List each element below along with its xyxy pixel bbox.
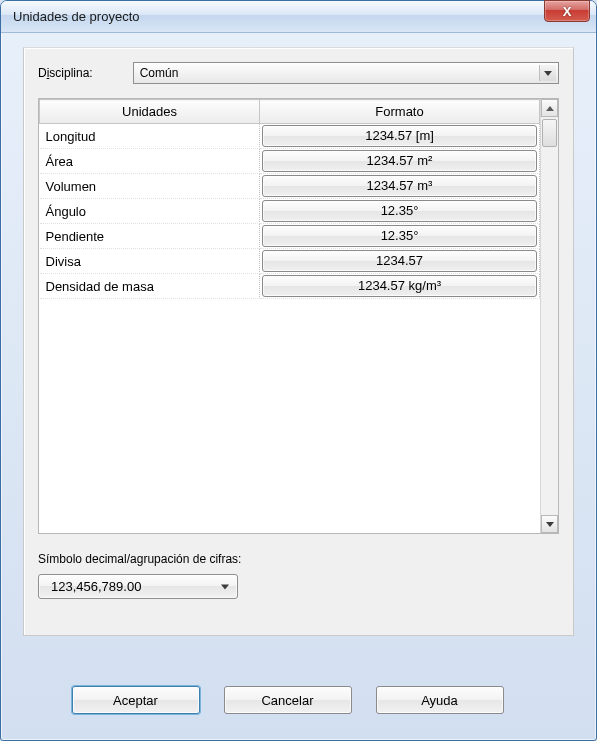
format-button[interactable]: 12.35° — [262, 200, 537, 222]
scroll-up-button[interactable] — [541, 99, 558, 117]
format-button[interactable]: 1234.57 kg/m³ — [262, 275, 537, 297]
decimal-grouping-value: 123,456,789.00 — [51, 579, 141, 594]
format-button[interactable]: 12.35° — [262, 225, 537, 247]
units-table-container: Unidades Formato Longitud1234.57 [m]Área… — [38, 98, 559, 534]
decimal-grouping-label: Símbolo decimal/agrupación de cifras: — [38, 552, 559, 566]
unit-format-cell: 12.35° — [260, 224, 540, 249]
chevron-down-icon — [546, 522, 554, 527]
unit-format-cell: 1234.57 kg/m³ — [260, 274, 540, 299]
format-button[interactable]: 1234.57 — [262, 250, 537, 272]
unit-format-cell: 12.35° — [260, 199, 540, 224]
table-row: Ángulo12.35° — [40, 199, 540, 224]
unit-name-cell[interactable]: Área — [40, 149, 260, 174]
decimal-grouping-combobox[interactable]: 123,456,789.00 — [38, 574, 238, 599]
discipline-row: Disciplina: Común — [38, 62, 559, 84]
window-title: Unidades de proyecto — [13, 9, 139, 24]
unit-format-cell: 1234.57 m² — [260, 149, 540, 174]
cancel-button[interactable]: Cancelar — [224, 686, 352, 714]
table-row: Área1234.57 m² — [40, 149, 540, 174]
table-row: Longitud1234.57 [m] — [40, 124, 540, 149]
units-table: Unidades Formato Longitud1234.57 [m]Área… — [39, 99, 540, 299]
format-button[interactable]: 1234.57 m³ — [262, 175, 537, 197]
chevron-down-icon — [221, 584, 229, 589]
dialog-window: Unidades de proyecto X Disciplina: Común… — [0, 0, 597, 741]
table-row: Volumen1234.57 m³ — [40, 174, 540, 199]
vertical-scrollbar[interactable] — [540, 99, 558, 533]
unit-name-cell[interactable]: Divisa — [40, 249, 260, 274]
format-button[interactable]: 1234.57 [m] — [262, 125, 537, 147]
format-button[interactable]: 1234.57 m² — [262, 150, 537, 172]
unit-name-cell[interactable]: Longitud — [40, 124, 260, 149]
unit-format-cell: 1234.57 [m] — [260, 124, 540, 149]
unit-name-cell[interactable]: Ángulo — [40, 199, 260, 224]
discipline-combobox[interactable]: Común — [133, 62, 559, 84]
scrollbar-thumb[interactable] — [542, 119, 557, 147]
close-icon: X — [563, 4, 572, 19]
unit-format-cell: 1234.57 m³ — [260, 174, 540, 199]
ok-button[interactable]: Aceptar — [72, 686, 200, 714]
titlebar[interactable]: Unidades de proyecto X — [1, 1, 596, 33]
unit-name-cell[interactable]: Pendiente — [40, 224, 260, 249]
decimal-grouping-section: Símbolo decimal/agrupación de cifras: 12… — [38, 552, 559, 599]
discipline-value: Común — [140, 66, 179, 80]
chevron-up-icon — [546, 106, 554, 111]
content-frame: Disciplina: Común Unidades Formato Longi… — [23, 47, 574, 636]
close-button[interactable]: X — [544, 0, 590, 22]
table-row: Divisa1234.57 — [40, 249, 540, 274]
table-row: Densidad de masa1234.57 kg/m³ — [40, 274, 540, 299]
help-button[interactable]: Ayuda — [376, 686, 504, 714]
column-header-units[interactable]: Unidades — [40, 100, 260, 124]
unit-name-cell[interactable]: Densidad de masa — [40, 274, 260, 299]
scroll-down-button[interactable] — [541, 515, 558, 533]
table-row: Pendiente12.35° — [40, 224, 540, 249]
unit-name-cell[interactable]: Volumen — [40, 174, 260, 199]
chevron-down-icon — [539, 65, 556, 81]
column-header-format[interactable]: Formato — [260, 100, 540, 124]
unit-format-cell: 1234.57 — [260, 249, 540, 274]
dialog-button-row: Aceptar Cancelar Ayuda — [1, 686, 596, 714]
discipline-label: Disciplina: — [38, 66, 93, 80]
